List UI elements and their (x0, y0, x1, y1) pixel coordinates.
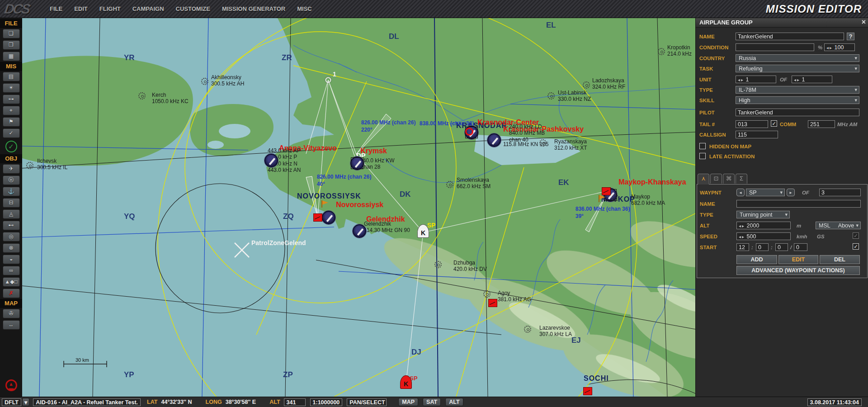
mode-dropdown-button[interactable]: ▾ (22, 398, 29, 406)
farp-icon[interactable]: ◒ (3, 255, 20, 264)
ground-unit-icon[interactable] (602, 187, 611, 195)
wp-name-input[interactable] (736, 200, 861, 208)
airport-icon[interactable] (322, 211, 335, 224)
drawing-shapes-icon[interactable]: ▲◆□ (3, 277, 20, 287)
tab-systems[interactable]: ⌘ (723, 174, 735, 184)
speed-unit-label: kmh (797, 234, 807, 239)
comm-freq-input[interactable] (808, 120, 835, 128)
trigger-zone-icon[interactable]: ◎ (3, 232, 20, 241)
unit-ring-icon[interactable] (465, 128, 473, 136)
add-static-object-icon[interactable]: ◬ (3, 209, 20, 219)
edit-waypoint-button[interactable]: EDIT (778, 255, 818, 264)
skill-dropdown[interactable]: High▾ (736, 96, 859, 104)
delete-object-icon[interactable]: ✗ (3, 289, 20, 298)
waypoint-circle-icon[interactable] (326, 77, 331, 83)
waypoint-dropdown[interactable]: SP▾ (746, 189, 785, 196)
start-day-input[interactable] (736, 243, 749, 251)
weather-icon[interactable]: ☀ (3, 83, 20, 93)
help-button[interactable]: ? (847, 33, 854, 40)
callsign-input[interactable] (736, 131, 778, 138)
speed-spinner[interactable]: ◂▸ 500 (736, 232, 791, 240)
selection-box (351, 157, 363, 169)
start-min-input[interactable] (775, 243, 788, 251)
menu-item-file[interactable]: FILE (50, 5, 62, 12)
alt-ref-dropdown[interactable]: MSL Above ▾ (816, 222, 861, 229)
ground-unit-icon[interactable] (313, 213, 322, 222)
tab-route[interactable]: ⋏ (698, 174, 709, 185)
menu-item-mission-generator[interactable]: MISSION GENERATOR (222, 5, 285, 12)
waypoint-dome-icon[interactable]: K (400, 375, 412, 389)
waypoint-dome-icon[interactable]: K (417, 224, 429, 238)
flags-icon[interactable]: ⚑ (3, 117, 20, 127)
group-name-input[interactable] (736, 33, 844, 40)
tab-frame[interactable]: ⊡ (710, 174, 722, 184)
map-layer-button[interactable]: MAP (398, 398, 418, 406)
menu-item-edit[interactable]: EDIT (74, 5, 88, 12)
airport-icon[interactable] (353, 224, 366, 238)
wp-type-dropdown[interactable]: Turning point▾ (736, 211, 790, 218)
panel-header[interactable]: AIRPLANE GROUP × (696, 18, 868, 28)
menu-item-flight[interactable]: FLIGHT (99, 5, 121, 12)
map-key-icon[interactable]: ✇ (3, 309, 20, 318)
mode-select[interactable]: DFLT (2, 398, 21, 406)
country-dropdown[interactable]: Russia▾ (736, 54, 859, 62)
gs-checkbox[interactable]: ✓ (853, 232, 859, 239)
validate-icon[interactable]: ✓ (5, 141, 17, 152)
menu-item-misc[interactable]: MISC (297, 5, 312, 12)
group-chain-icon[interactable]: ∞ (3, 266, 20, 275)
advanced-waypoint-actions-button[interactable]: ADVANCED (WAYPOINT ACTIONS) (736, 266, 860, 275)
task-label: TASK (699, 66, 713, 71)
airport-icon[interactable] (264, 154, 278, 167)
comm-checkbox[interactable]: ✓ (771, 120, 777, 127)
unit-of-spinner[interactable]: ◂▸ 1 (792, 76, 832, 83)
add-airplane-icon[interactable]: ✈ (3, 164, 20, 174)
alt-spinner[interactable]: ◂▸ 2000 (736, 222, 791, 229)
mission-goals-icon[interactable]: ⌖ (3, 106, 20, 115)
ground-unit-icon[interactable] (583, 387, 592, 395)
briefing-icon[interactable]: ▤ (3, 72, 20, 81)
pilot-label: PILOT (699, 110, 715, 115)
exclusion-zone-icon[interactable]: ⊗ (3, 243, 20, 253)
save-mission-icon[interactable]: ▦ (3, 52, 20, 61)
tool-mode[interactable]: PAN/SELECT (347, 398, 387, 406)
add-vehicle-icon[interactable]: ⊟ (3, 198, 20, 208)
open-mission-icon[interactable]: ❒ (3, 40, 20, 50)
start-checkbox[interactable]: ✓ (853, 243, 859, 250)
task-dropdown[interactable]: Refueling▾ (736, 65, 859, 72)
menu-item-customize[interactable]: CUSTOMIZE (176, 5, 210, 12)
hidden-on-map-checkbox[interactable] (699, 143, 706, 149)
ground-unit-icon[interactable] (488, 299, 497, 307)
alt-layer-button[interactable]: ALT (445, 398, 463, 406)
unit-count-spinner[interactable]: ◂▸ 1 (736, 76, 776, 83)
condition-input[interactable] (736, 43, 814, 51)
airport-icon[interactable] (487, 133, 501, 147)
unit-label: UNIT (699, 77, 712, 82)
condition-percent-spinner[interactable]: ◂▸ 100 (824, 43, 855, 51)
waypoint-total-input[interactable] (819, 189, 861, 196)
add-ship-icon[interactable]: ⚓ (3, 187, 20, 196)
start-sec-input[interactable] (794, 243, 807, 251)
pilot-input[interactable] (736, 109, 859, 116)
new-mission-icon[interactable]: ❏ (3, 29, 20, 38)
ndb-icon (138, 92, 146, 99)
add-helicopter-icon[interactable]: Ⓗ (3, 175, 20, 185)
exit-editor-icon[interactable]: ▲▬ (5, 379, 17, 391)
mission-options-icon[interactable]: ✓ (3, 128, 20, 138)
tab-summary[interactable]: Σ (736, 174, 747, 184)
close-icon[interactable]: × (862, 18, 866, 26)
add-template-icon[interactable]: ⊷ (3, 221, 20, 230)
triggers-icon[interactable]: ⊶ (3, 95, 20, 104)
start-hour-input[interactable] (756, 243, 769, 251)
menu-item-campaign[interactable]: CAMPAIGN (132, 5, 164, 12)
tail-number-input[interactable] (736, 120, 768, 128)
type-dropdown[interactable]: IL-78M▾ (736, 86, 859, 94)
ruler-icon[interactable]: ↔ (3, 320, 20, 330)
del-waypoint-button[interactable]: DEL (820, 255, 860, 264)
map-canvas[interactable]: YRZRDLELYQZQDKEKYPZPDJEJKRASNODARNOVOROS… (22, 18, 695, 397)
late-activation-checkbox[interactable] (699, 153, 706, 159)
waypoint-next-button[interactable]: ▸ (787, 189, 795, 196)
sat-layer-button[interactable]: SAT (423, 398, 441, 406)
gs-label: GS (817, 234, 825, 239)
add-waypoint-button[interactable]: ADD (736, 255, 777, 264)
waypoint-prev-button[interactable]: ◂ (736, 189, 745, 196)
